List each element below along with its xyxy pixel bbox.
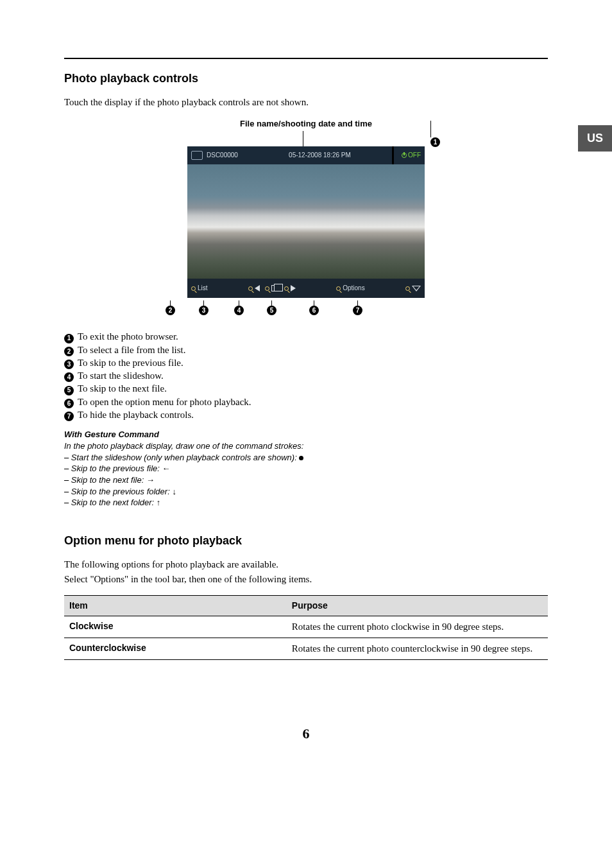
- callout-7: 7: [353, 306, 362, 315]
- photo-image: [187, 164, 425, 279]
- file-name: DSC00000: [207, 151, 238, 160]
- dot-icon: [299, 456, 303, 460]
- arrow-down-icon: ↓: [172, 487, 176, 496]
- table-row: Clockwise Rotates the current photo cloc…: [64, 616, 548, 638]
- purpose-counterclockwise: Rotates the current photo counterclockwi…: [287, 638, 548, 660]
- item-counterclockwise: Counterclockwise: [64, 638, 287, 660]
- caption-leader-line: [303, 131, 303, 146]
- previous-button[interactable]: [248, 285, 260, 291]
- table-head-item: Item: [64, 595, 287, 616]
- gesture-item-1: – Skip to the previous file: ←: [64, 463, 548, 474]
- section-title-option-menu: Option menu for photo playback: [64, 533, 548, 549]
- gesture-intro: In the photo playback display, draw one …: [64, 440, 548, 452]
- callout-4: 4: [234, 306, 244, 315]
- callout-6: 6: [309, 306, 319, 315]
- off-label: OFF: [408, 151, 421, 160]
- options-button[interactable]: Options: [336, 284, 364, 293]
- gesture-block: With Gesture Command In the photo playba…: [64, 429, 548, 508]
- hide-controls-button[interactable]: [405, 286, 421, 291]
- slideshow-button[interactable]: [265, 285, 279, 291]
- legend-text-4: To start the slideshow.: [78, 369, 164, 382]
- header-separator: [392, 146, 394, 164]
- purpose-clockwise: Rotates the current photo clockwise in 9…: [287, 616, 548, 638]
- section-intro: Touch the display if the photo playback …: [64, 96, 548, 109]
- screenshot: 1 DSC00000 05-12-2008 18:26 PM OFF List: [187, 131, 425, 317]
- legend-list: 1To exit the photo browser. 2To select a…: [64, 330, 548, 421]
- previous-icon: [255, 285, 260, 291]
- list-button[interactable]: List: [191, 284, 208, 293]
- legend-text-7: To hide the playback controls.: [78, 408, 194, 421]
- callout-3: 3: [199, 306, 208, 315]
- legend-text-5: To skip to the next file.: [78, 382, 167, 395]
- top-rule: [64, 58, 548, 59]
- gesture-title: With Gesture Command: [64, 429, 548, 440]
- power-icon: [402, 153, 407, 158]
- off-button[interactable]: OFF: [402, 151, 421, 160]
- legend-num-4: 4: [64, 372, 74, 382]
- photo-mode-icon: [191, 151, 203, 160]
- options-label: Options: [343, 284, 364, 293]
- list-label: List: [198, 284, 208, 293]
- legend-num-5: 5: [64, 386, 74, 395]
- legend-text-6: To open the option menu for photo playba…: [78, 395, 251, 408]
- gesture-item-4: – Skip to the next folder: ↑: [64, 497, 548, 508]
- figure-caption: File name/shooting date and time: [240, 118, 372, 130]
- gesture-item-2: – Skip to the next file: →: [64, 474, 548, 486]
- magnifier-icon: [336, 286, 341, 291]
- magnifier-icon: [284, 286, 289, 291]
- next-icon: [291, 285, 296, 291]
- callout-5: 5: [267, 306, 276, 315]
- screenshot-header: DSC00000 05-12-2008 18:26 PM OFF: [187, 146, 425, 164]
- legend-num-1: 1: [64, 334, 74, 343]
- legend-text-2: To select a file from the list.: [78, 343, 185, 356]
- table-head-purpose: Purpose: [287, 595, 548, 616]
- playback-toolbar: List Options: [187, 279, 425, 298]
- gesture-item-0: – Start the slideshow (only when playbac…: [64, 452, 548, 464]
- section-title-photo-controls: Photo playback controls: [64, 71, 548, 87]
- option-intro-2: Select "Options" in the tool bar, then o…: [64, 573, 548, 586]
- callout-2: 2: [166, 306, 175, 315]
- magnifier-icon: [248, 286, 253, 291]
- legend-num-3: 3: [64, 360, 74, 369]
- options-table: Item Purpose Clockwise Rotates the curre…: [64, 595, 548, 661]
- item-clockwise: Clockwise: [64, 616, 287, 638]
- slideshow-icon: [271, 285, 279, 291]
- legend-text-1: To exit the photo browser.: [78, 330, 178, 343]
- arrow-right-icon: →: [146, 475, 155, 485]
- page-number: 6: [64, 724, 548, 744]
- legend-num-2: 2: [64, 347, 74, 356]
- next-button[interactable]: [284, 285, 296, 291]
- table-row: Counterclockwise Rotates the current pho…: [64, 638, 548, 660]
- legend-num-7: 7: [64, 412, 74, 421]
- legend-num-6: 6: [64, 399, 74, 408]
- arrow-up-icon: ↑: [157, 498, 161, 507]
- magnifier-icon: [265, 286, 269, 291]
- magnifier-icon: [405, 286, 410, 291]
- date-time: 05-12-2008 18:26 PM: [289, 151, 351, 160]
- gesture-item-3: – Skip to the previous folder: ↓: [64, 486, 548, 498]
- callout-1: 1: [430, 137, 440, 147]
- chevron-down-icon: [412, 286, 421, 291]
- magnifier-icon: [191, 286, 196, 291]
- language-tab: US: [578, 125, 612, 152]
- option-intro-1: The following options for photo playback…: [64, 558, 548, 571]
- arrow-left-icon: ←: [162, 464, 170, 473]
- legend-text-3: To skip to the previous file.: [78, 356, 183, 369]
- screenshot-figure: File name/shooting date and time 1 DSC00…: [64, 118, 548, 317]
